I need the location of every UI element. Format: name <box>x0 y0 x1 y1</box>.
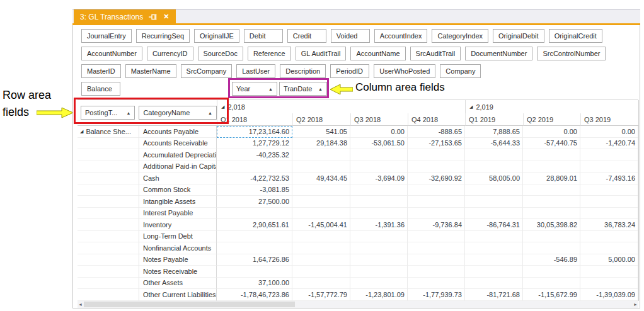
data-cell[interactable]: 27,500.00 <box>217 196 292 208</box>
data-cell[interactable]: -32,690.92 <box>408 172 465 184</box>
field-chip[interactable]: DocumentNumber <box>465 47 532 60</box>
field-chip[interactable]: SrcCompany <box>181 64 233 78</box>
data-cell[interactable]: -888.65 <box>408 126 465 138</box>
field-chip[interactable]: AccountNumber <box>81 47 142 60</box>
data-cell[interactable]: -546.89 <box>523 254 580 266</box>
data-cell[interactable] <box>465 278 523 290</box>
field-chip[interactable]: Debit <box>244 29 283 43</box>
data-cell[interactable] <box>292 208 350 220</box>
data-cell[interactable] <box>292 242 350 254</box>
data-cell[interactable] <box>350 149 408 161</box>
data-cell[interactable]: -1,15,672.99 <box>523 289 580 301</box>
data-cell[interactable] <box>465 184 523 196</box>
field-chip[interactable]: Company <box>440 64 481 78</box>
data-cell[interactable]: 49,434.45 <box>292 172 350 184</box>
row-label-cell[interactable]: Accounts Payable <box>139 126 217 138</box>
field-chip[interactable]: Voided <box>331 29 370 43</box>
scroll-left-icon[interactable]: ◄ <box>78 302 83 307</box>
row-label-cell[interactable]: Notes Receivable <box>139 266 217 278</box>
field-chip[interactable]: SourceDoc <box>198 47 243 60</box>
data-cell[interactable] <box>408 149 465 161</box>
data-cell[interactable]: -1,23,801.09 <box>350 289 408 301</box>
field-chip[interactable]: SrcAuditTrail <box>410 47 461 60</box>
field-chip[interactable]: UserWhoPosted <box>374 64 435 78</box>
data-cell[interactable] <box>465 161 523 173</box>
data-cell[interactable]: -40,235.32 <box>217 149 292 161</box>
data-cell[interactable] <box>523 242 580 254</box>
field-chip[interactable]: CurrencyID <box>147 47 193 60</box>
row-label-cell[interactable]: Interest Payable <box>139 208 217 220</box>
data-cell[interactable]: -27,153.65 <box>408 138 465 150</box>
data-cell[interactable]: 1,27,729.12 <box>217 138 292 150</box>
quarter-header[interactable]: Q1 2019 <box>465 113 523 126</box>
row-group-cell[interactable] <box>78 161 139 173</box>
field-chip[interactable]: OriginalCredit <box>549 29 602 43</box>
row-label-cell[interactable]: Cash <box>139 172 217 184</box>
data-cell[interactable] <box>408 278 465 290</box>
data-cell[interactable]: 7,888.65 <box>465 126 523 138</box>
data-cell[interactable] <box>408 266 465 278</box>
quarter-header[interactable]: Q2 2018 <box>292 113 350 126</box>
data-cell[interactable] <box>350 278 408 290</box>
expand-icon[interactable]: ◢ <box>469 105 473 109</box>
row-group-cell[interactable] <box>78 196 139 208</box>
data-cell[interactable] <box>465 208 523 220</box>
data-cell[interactable] <box>580 196 638 208</box>
data-cell[interactable] <box>580 266 638 278</box>
data-cell[interactable]: -1,78,46,723.86 <box>217 289 292 301</box>
sort-asc-icon[interactable]: ▲ <box>268 87 273 91</box>
data-cell[interactable] <box>580 161 638 173</box>
data-cell[interactable]: -1,39,039.09 <box>580 289 638 301</box>
row-group-cell[interactable] <box>78 208 139 220</box>
data-cell[interactable]: -4,22,732.53 <box>217 172 292 184</box>
data-cell[interactable] <box>580 184 638 196</box>
row-label-cell[interactable]: Intangible Assets <box>139 196 217 208</box>
field-chip[interactable]: SrcControlNumber <box>537 47 606 60</box>
data-cell[interactable] <box>408 184 465 196</box>
data-cell[interactable]: 37,100.00 <box>217 278 292 290</box>
data-cell[interactable] <box>292 184 350 196</box>
row-label-cell[interactable]: Other Current Liabilities <box>139 289 217 301</box>
row-label-cell[interactable]: Common Stock <box>139 184 217 196</box>
quarter-header[interactable]: Q3 2018 <box>350 113 408 126</box>
data-cell[interactable]: 0.00 <box>580 126 638 138</box>
field-chip[interactable]: MasterID <box>81 64 121 78</box>
row-label-cell[interactable]: Accumulated Depreciation <box>139 149 217 161</box>
row-group-cell[interactable] <box>78 149 139 161</box>
field-chip[interactable]: Balance <box>81 82 120 96</box>
data-cell[interactable] <box>350 161 408 173</box>
data-cell[interactable] <box>523 161 580 173</box>
field-chip[interactable]: OriginalDebit <box>493 29 544 43</box>
data-cell[interactable] <box>292 149 350 161</box>
data-cell[interactable]: 5,000.00 <box>580 254 638 266</box>
data-cell[interactable] <box>580 278 638 290</box>
sort-asc-icon[interactable]: ▲ <box>208 111 212 115</box>
row-label-cell[interactable]: Additional Paid-in Capital - C... <box>139 161 217 173</box>
column-field-chip[interactable]: Year▲ <box>232 82 277 96</box>
data-cell[interactable] <box>350 266 408 278</box>
year-group-header[interactable]: ◢2,018 <box>217 100 465 113</box>
data-cell[interactable] <box>465 149 523 161</box>
field-chip[interactable]: Credit <box>287 29 326 43</box>
field-chip[interactable]: AccountIndex <box>374 29 428 43</box>
column-field-chip[interactable]: TranDate▲ <box>279 82 327 96</box>
data-cell[interactable]: -1,420.74 <box>580 138 638 150</box>
data-cell[interactable]: -86,764.31 <box>465 219 523 231</box>
row-group-cell[interactable] <box>78 289 139 301</box>
row-group-cell[interactable] <box>78 254 139 266</box>
data-cell[interactable]: 17,23,164.60 <box>217 126 292 138</box>
data-cell[interactable]: -1,57,772.79 <box>292 289 350 301</box>
row-group-cell[interactable] <box>78 231 139 243</box>
data-cell[interactable]: -9,736.84 <box>408 219 465 231</box>
data-cell[interactable]: -1,45,004.41 <box>292 219 350 231</box>
year-group-header[interactable]: ◢2,019 <box>465 100 638 113</box>
data-cell[interactable]: 0.00 <box>523 126 580 138</box>
field-chip[interactable]: LastUser <box>236 64 275 78</box>
data-cell[interactable] <box>408 242 465 254</box>
data-cell[interactable]: -1,391.36 <box>350 219 408 231</box>
data-cell[interactable] <box>292 161 350 173</box>
data-cell[interactable]: -81,721.68 <box>465 289 523 301</box>
tab-gl-transactions[interactable]: 3: GL Transactions ✕ <box>74 9 176 24</box>
row-label-cell[interactable]: Notes Payable <box>139 254 217 266</box>
data-cell[interactable]: 58,005.00 <box>465 172 523 184</box>
